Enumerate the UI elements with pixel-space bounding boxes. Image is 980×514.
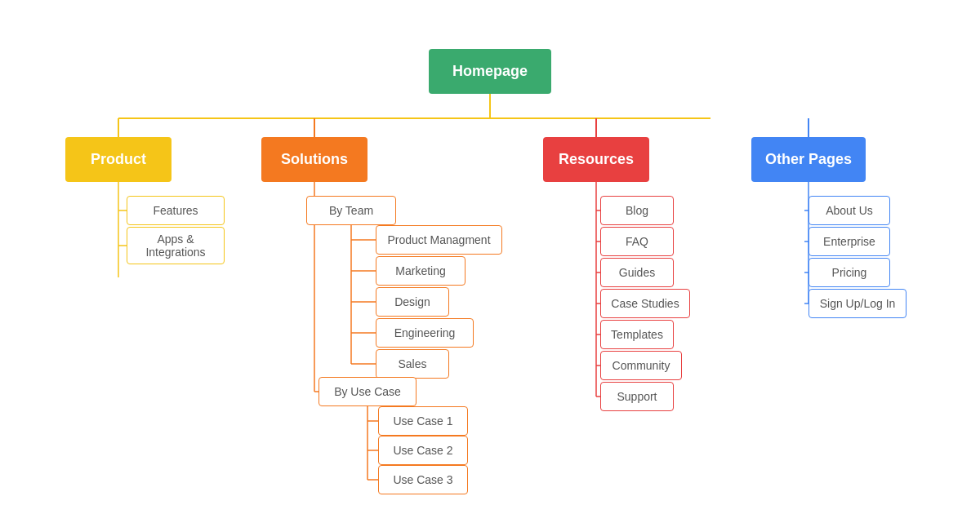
guides-node: Guides bbox=[600, 258, 674, 287]
design-node: Design bbox=[376, 287, 449, 317]
usecase2-node: Use Case 2 bbox=[378, 436, 468, 465]
sales-node: Sales bbox=[376, 349, 449, 379]
support-node: Support bbox=[600, 382, 674, 411]
features-node: Features bbox=[127, 196, 225, 225]
marketing-node: Marketing bbox=[376, 256, 466, 286]
solutions-node: Solutions bbox=[261, 137, 368, 182]
casestudies-node: Case Studies bbox=[600, 289, 690, 318]
resources-node: Resources bbox=[543, 137, 649, 182]
templates-node: Templates bbox=[600, 320, 674, 349]
product-node: Product bbox=[65, 137, 172, 182]
aboutus-node: About Us bbox=[808, 196, 890, 225]
otherpages-node: Other Pages bbox=[751, 137, 866, 182]
byusecase-node: By Use Case bbox=[318, 377, 416, 406]
pricing-node: Pricing bbox=[808, 258, 890, 287]
blog-node: Blog bbox=[600, 196, 674, 225]
apps-node: Apps & Integrations bbox=[127, 227, 225, 264]
usecase1-node: Use Case 1 bbox=[378, 406, 468, 436]
usecase3-node: Use Case 3 bbox=[378, 465, 468, 494]
homepage-node: Homepage bbox=[429, 49, 551, 94]
prodmgmt-node: Product Managment bbox=[376, 225, 502, 255]
signup-node: Sign Up/Log In bbox=[808, 289, 906, 318]
byteam-node: By Team bbox=[306, 196, 396, 225]
engineering-node: Engineering bbox=[376, 318, 474, 348]
faq-node: FAQ bbox=[600, 227, 674, 256]
community-node: Community bbox=[600, 351, 682, 380]
enterprise-node: Enterprise bbox=[808, 227, 890, 256]
